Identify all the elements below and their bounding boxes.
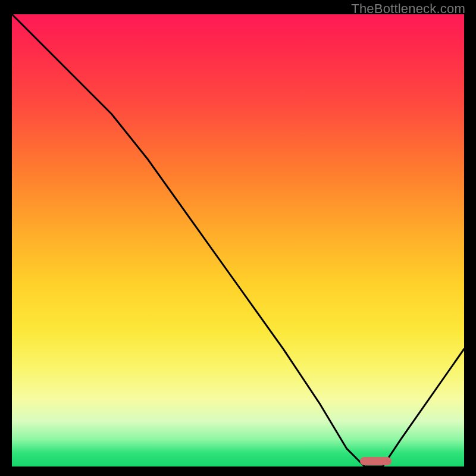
line-series (12, 14, 464, 466)
chart-stage: TheBottleneck.com (0, 0, 476, 476)
optimum-marker (360, 457, 392, 465)
plot-area (12, 14, 464, 466)
